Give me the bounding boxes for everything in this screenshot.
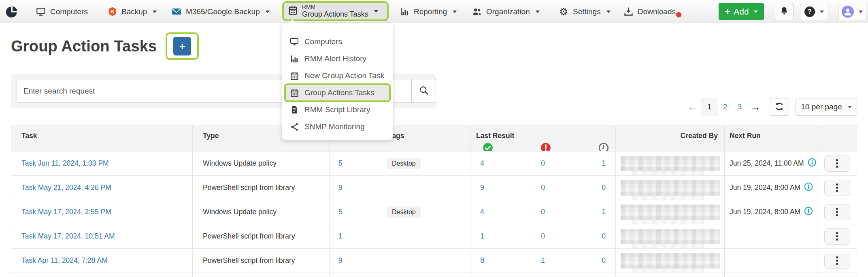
error-count-link[interactable]: 0 xyxy=(537,159,549,168)
page-1-current[interactable]: 1 xyxy=(701,98,718,116)
account-button[interactable] xyxy=(838,3,866,20)
monitor-icon xyxy=(36,6,46,17)
computers-count-link[interactable]: 5 xyxy=(338,208,343,216)
rmm-dropdown-menu: Computers RMM Alert History New Group Ac… xyxy=(282,23,393,140)
task-link[interactable]: Task May 21, 2024, 4:26 PM xyxy=(21,183,111,192)
table-row: Task Apr 11, 2024, 7:28 AM PowerShell sc… xyxy=(11,249,857,273)
computers-count-link[interactable]: 5 xyxy=(338,159,343,168)
nav-backup[interactable]: B Backup xyxy=(107,0,157,23)
share-nodes-icon xyxy=(289,122,299,132)
new-group-task-button[interactable]: + xyxy=(173,37,191,55)
created-by-redacted xyxy=(621,180,720,196)
task-link[interactable]: Task Apr 11, 2024, 7:28 AM xyxy=(21,256,108,265)
info-icon[interactable] xyxy=(804,207,813,217)
nav-rmm-highlighted[interactable]: RMM Group Actions Tasks xyxy=(282,1,389,21)
nav-m365-backup[interactable]: M365/Google Backup xyxy=(171,0,270,23)
backup-shield-icon: B xyxy=(107,6,117,17)
error-count-link[interactable]: 0 xyxy=(537,208,549,216)
error-icon xyxy=(540,143,552,151)
tag-badge: Desktop xyxy=(387,207,421,218)
help-button[interactable]: ? xyxy=(800,3,828,20)
envelope-icon xyxy=(171,6,182,17)
prev-page-arrow[interactable]: ← xyxy=(684,98,701,116)
pending-count-link[interactable]: 1 xyxy=(598,159,610,168)
menu-item-group-actions-tasks-active[interactable]: Group Actions Tasks xyxy=(284,83,391,102)
created-by-redacted xyxy=(621,229,720,244)
calendar-icon xyxy=(289,71,299,81)
error-count-link[interactable]: 0 xyxy=(537,232,549,241)
success-count-link[interactable]: 4 xyxy=(476,159,488,168)
menu-item-computers[interactable]: Computers xyxy=(282,33,393,50)
nav-downloads[interactable]: Downloads xyxy=(623,0,676,23)
nav-organization-label: Organization xyxy=(486,7,530,16)
add-button[interactable]: + Add xyxy=(719,3,764,20)
chevron-down-icon xyxy=(453,11,457,13)
col-actions xyxy=(817,126,857,151)
nav-backup-label: Backup xyxy=(121,7,147,16)
task-link[interactable]: Task Jun 11, 2024, 1:03 PM xyxy=(21,159,109,168)
nav-reporting-label: Reporting xyxy=(414,7,447,16)
success-count-link[interactable]: 4 xyxy=(476,208,488,216)
tasks-table: Task Type Tags Last Result Cre xyxy=(11,126,857,277)
notifications-button[interactable] xyxy=(775,3,794,20)
info-icon[interactable] xyxy=(808,158,817,169)
success-count-link[interactable]: 1 xyxy=(476,232,488,241)
success-count-link[interactable]: 9 xyxy=(476,183,488,192)
page-2-link[interactable]: 2 xyxy=(718,98,732,116)
table-row: Task May 17, 2024, 2:55 PM Windows Updat… xyxy=(11,200,857,224)
calendar-icon xyxy=(288,5,298,17)
chevron-down-icon xyxy=(536,11,540,13)
page-head: Group Action Tasks + xyxy=(11,32,199,60)
pending-count-link[interactable]: 1 xyxy=(598,208,610,216)
people-icon xyxy=(472,6,482,17)
row-menu-button[interactable] xyxy=(824,180,850,196)
chevron-down-icon xyxy=(266,11,270,13)
info-icon[interactable] xyxy=(804,182,813,193)
bar-chart-icon xyxy=(399,6,410,17)
search-icon xyxy=(419,85,429,97)
computers-count-link[interactable]: 9 xyxy=(338,256,343,265)
nav-computers[interactable]: Computers xyxy=(36,0,88,23)
menu-item-label: Group Actions Tasks xyxy=(304,88,374,97)
refresh-button[interactable] xyxy=(770,98,789,116)
nav-settings[interactable]: ⚙ Settings xyxy=(558,0,611,23)
pending-count-link[interactable]: 0 xyxy=(598,256,610,265)
next-page-arrow[interactable]: → xyxy=(747,98,764,116)
plus-icon: + xyxy=(179,40,185,53)
table-row: Task May 17, 2024, 10:51 AM PowerShell s… xyxy=(11,224,857,249)
chevron-down-icon xyxy=(848,106,852,108)
row-menu-button[interactable] xyxy=(824,253,850,269)
pagination: ← 1 2 3 → 10 per page xyxy=(684,98,857,116)
error-count-link[interactable]: 1 xyxy=(537,256,549,265)
search-button[interactable] xyxy=(412,79,436,103)
menu-item-rmm-alert-history[interactable]: RMM Alert History xyxy=(282,50,393,67)
app: Computers B Backup M365/Google Backup RM… xyxy=(0,0,868,277)
table-row: Task May 21, 2024, 4:26 PM PowerShell sc… xyxy=(11,176,857,200)
nav-reporting[interactable]: Reporting xyxy=(399,0,457,23)
refresh-icon xyxy=(774,102,784,113)
row-menu-button[interactable] xyxy=(824,228,850,245)
computers-count-link[interactable]: 1 xyxy=(338,232,343,241)
page-3-link[interactable]: 3 xyxy=(732,98,747,116)
next-run-value: Jun 25, 2024, 11:00 AM xyxy=(730,159,804,168)
col-created-by: Created By xyxy=(616,126,725,151)
menu-item-new-group-action-task[interactable]: New Group Action Task xyxy=(282,67,393,84)
error-count-link[interactable]: 0 xyxy=(537,183,549,192)
nav-rmm-section-label: RMM xyxy=(302,4,368,11)
task-link[interactable]: Task May 17, 2024, 10:51 AM xyxy=(21,232,115,241)
success-count-link[interactable]: 8 xyxy=(476,256,488,265)
per-page-select[interactable]: 10 per page xyxy=(796,98,857,116)
task-link[interactable]: Task May 17, 2024, 2:55 PM xyxy=(21,208,111,216)
computers-count-link[interactable]: 9 xyxy=(338,183,343,192)
row-menu-button[interactable] xyxy=(824,156,850,172)
menu-item-label: RMM Script Library xyxy=(304,105,370,114)
chevron-down-icon xyxy=(153,11,157,13)
pending-count-link[interactable]: 0 xyxy=(598,232,610,241)
pending-count-link[interactable]: 0 xyxy=(598,183,610,192)
menu-item-rmm-script-library[interactable]: RMM Script Library xyxy=(282,101,393,118)
nav-organization[interactable]: Organization xyxy=(472,0,540,23)
menu-item-snmp-monitoring[interactable]: SNMP Monitoring xyxy=(282,118,393,135)
menu-item-label: RMM Alert History xyxy=(304,54,366,63)
row-menu-button[interactable] xyxy=(824,204,850,220)
brand-logo-icon[interactable] xyxy=(5,5,19,19)
